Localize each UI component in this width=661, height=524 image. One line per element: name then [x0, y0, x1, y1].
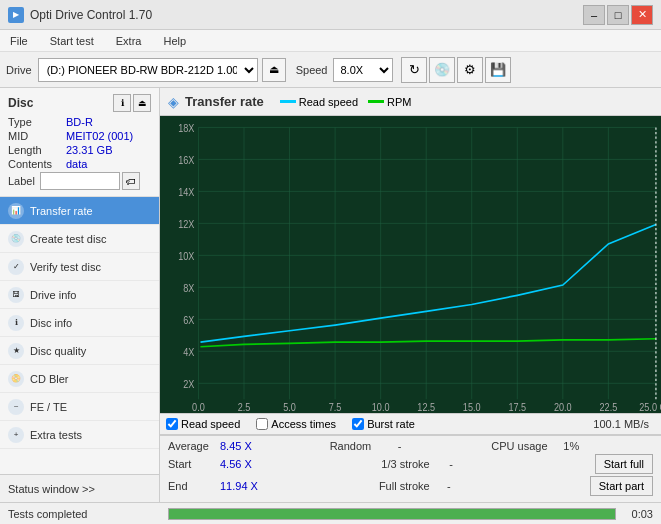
start-full-button[interactable]: Start full	[595, 454, 653, 474]
nav-fe-te[interactable]: ~ FE / TE	[0, 393, 159, 421]
disc-title: Disc	[8, 96, 33, 110]
drive-label: Drive	[6, 64, 32, 76]
disc-info-icon[interactable]: ℹ	[113, 94, 131, 112]
legend-rpm: RPM	[368, 96, 411, 108]
start-label: Start	[168, 458, 220, 470]
start-value: 4.56 X	[220, 458, 268, 470]
transfer-rate-icon: 📊	[8, 203, 24, 219]
burst-rate-value: 100.1 MB/s	[593, 418, 649, 430]
menu-help[interactable]: Help	[157, 33, 192, 49]
titlebar-left: ▶ Opti Drive Control 1.70	[8, 7, 152, 23]
status-window-item[interactable]: Status window >>	[0, 474, 159, 502]
label-label: Label	[8, 175, 38, 187]
menu-file[interactable]: File	[4, 33, 34, 49]
minimize-button[interactable]: –	[583, 5, 605, 25]
nav-disc-quality[interactable]: ★ Disc quality	[0, 337, 159, 365]
extra-tests-icon: +	[8, 427, 24, 443]
drive-info-icon: 🖫	[8, 287, 24, 303]
svg-text:16X: 16X	[178, 154, 195, 166]
type-value: BD-R	[66, 116, 93, 128]
svg-text:12X: 12X	[178, 218, 195, 230]
nav-fe-te-label: FE / TE	[30, 401, 67, 413]
start-group: Start 4.56 X	[168, 458, 381, 470]
nav-cd-bler[interactable]: 📀 CD Bler	[0, 365, 159, 393]
create-test-disc-icon: 💿	[8, 231, 24, 247]
save-button[interactable]: 💾	[485, 57, 511, 83]
burst-rate-checkbox[interactable]: Burst rate	[352, 418, 415, 430]
chart-title: Transfer rate	[185, 94, 264, 109]
menu-start-test[interactable]: Start test	[44, 33, 100, 49]
read-speed-checkbox[interactable]: Read speed	[166, 418, 240, 430]
average-value: 8.45 X	[220, 440, 268, 452]
svg-text:10.0: 10.0	[372, 401, 390, 413]
nav-disc-quality-label: Disc quality	[30, 345, 86, 357]
svg-text:6X: 6X	[183, 314, 195, 326]
nav-disc-info[interactable]: ℹ Disc info	[0, 309, 159, 337]
speed-label: Speed	[296, 64, 328, 76]
nav-drive-info[interactable]: 🖫 Drive info	[0, 281, 159, 309]
nav-create-test-disc[interactable]: 💿 Create test disc	[0, 225, 159, 253]
status-time: 0:03	[624, 508, 661, 520]
svg-text:25.0 GB: 25.0 GB	[639, 401, 661, 413]
disc-contents-field: Contents data	[8, 158, 151, 170]
svg-text:14X: 14X	[178, 186, 195, 198]
progress-bar-fill	[169, 509, 615, 519]
average-label: Average	[168, 440, 220, 452]
settings-button[interactable]: ⚙	[457, 57, 483, 83]
verify-test-disc-icon: ✓	[8, 259, 24, 275]
nav-extra-tests-label: Extra tests	[30, 429, 82, 441]
random-label: Random	[330, 440, 398, 452]
svg-text:12.5: 12.5	[417, 401, 435, 413]
disc-button[interactable]: 💿	[429, 57, 455, 83]
cd-bler-icon: 📀	[8, 371, 24, 387]
full-stroke-label: Full stroke	[379, 480, 447, 492]
drive-select[interactable]: (D:) PIONEER BD-RW BDR-212D 1.00	[38, 58, 258, 82]
contents-value: data	[66, 158, 87, 170]
left-panel: Disc ℹ ⏏ Type BD-R MID MEIT02 (001) Leng…	[0, 88, 160, 502]
full-stroke-group: Full stroke -	[379, 480, 590, 492]
chart-controls: Read speed Access times Burst rate 100.1…	[160, 413, 661, 435]
stats-area: Average 8.45 X Random - CPU usage 1% Sta…	[160, 435, 661, 502]
end-label: End	[168, 480, 220, 492]
label-input[interactable]	[40, 172, 120, 190]
svg-text:20.0: 20.0	[554, 401, 572, 413]
svg-text:18X: 18X	[178, 122, 195, 134]
stroke-1-3-label: 1/3 stroke	[381, 458, 449, 470]
label-row: Label 🏷	[8, 172, 151, 190]
svg-text:2.5: 2.5	[238, 401, 251, 413]
nav-items: 📊 Transfer rate 💿 Create test disc ✓ Ver…	[0, 197, 159, 474]
maximize-button[interactable]: □	[607, 5, 629, 25]
nav-verify-test-disc[interactable]: ✓ Verify test disc	[0, 253, 159, 281]
chart-area: 18X 16X 14X 12X 10X 8X 6X 4X 2X 0.0 2.5 …	[160, 116, 661, 413]
refresh-button[interactable]: ↻	[401, 57, 427, 83]
nav-transfer-rate[interactable]: 📊 Transfer rate	[0, 197, 159, 225]
disc-info-nav-icon: ℹ	[8, 315, 24, 331]
disc-eject-icon[interactable]: ⏏	[133, 94, 151, 112]
svg-text:5.0: 5.0	[283, 401, 296, 413]
stroke-1-3-value: -	[449, 458, 469, 470]
start-part-button[interactable]: Start part	[590, 476, 653, 496]
end-value: 11.94 X	[220, 480, 268, 492]
close-button[interactable]: ✕	[631, 5, 653, 25]
menubar: File Start test Extra Help	[0, 30, 661, 52]
contents-label: Contents	[8, 158, 66, 170]
label-icon-button[interactable]: 🏷	[122, 172, 140, 190]
length-value: 23.31 GB	[66, 144, 112, 156]
status-window-label: Status window >>	[8, 483, 95, 495]
disc-header: Disc ℹ ⏏	[8, 94, 151, 112]
titlebar: ▶ Opti Drive Control 1.70 – □ ✕	[0, 0, 661, 30]
nav-extra-tests[interactable]: + Extra tests	[0, 421, 159, 449]
menu-extra[interactable]: Extra	[110, 33, 148, 49]
speed-select[interactable]: 8.0X	[333, 58, 393, 82]
eject-button[interactable]: ⏏	[262, 58, 286, 82]
full-stroke-value: -	[447, 480, 467, 492]
status-text: Tests completed	[0, 508, 160, 520]
access-times-checkbox[interactable]: Access times	[256, 418, 336, 430]
legend-read-speed: Read speed	[280, 96, 358, 108]
legend-rpm-label: RPM	[387, 96, 411, 108]
svg-text:4X: 4X	[183, 346, 195, 358]
random-group: Random -	[330, 440, 492, 452]
cpu-group: CPU usage 1%	[491, 440, 653, 452]
disc-icons: ℹ ⏏	[113, 94, 151, 112]
right-panel: ◈ Transfer rate Read speed RPM	[160, 88, 661, 502]
